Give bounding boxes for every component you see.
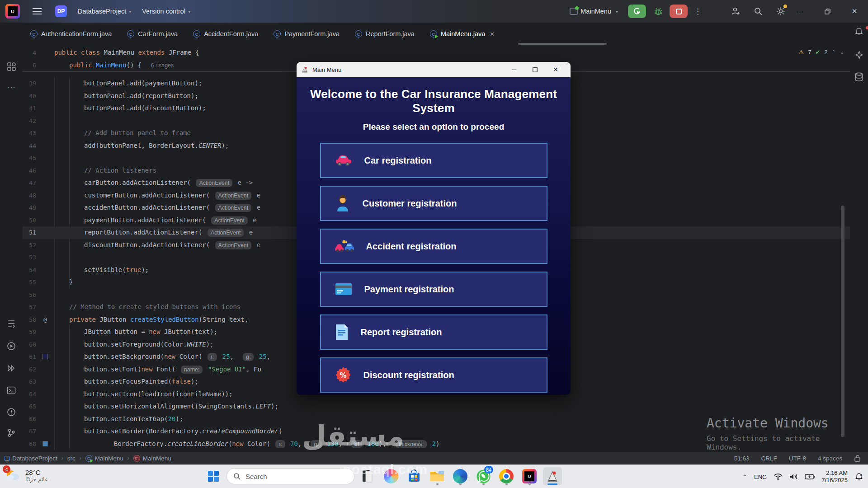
terminal-toolwindow-button[interactable] bbox=[0, 386, 23, 395]
code-line[interactable]: 4public class MainMenu extends JFrame { bbox=[23, 47, 850, 59]
taskbar-whatsapp-app[interactable]: 84 bbox=[474, 467, 493, 485]
notification-bell-icon[interactable]: z bbox=[854, 472, 863, 481]
tab-reportform[interactable]: CReportForm.java bbox=[347, 23, 422, 45]
intellij-icon: IJ bbox=[522, 469, 537, 483]
code-line[interactable]: 65button.setHorizontalAlignment(SwingCon… bbox=[23, 400, 850, 413]
encoding[interactable]: UTF-8 bbox=[789, 455, 806, 462]
dialog-titlebar[interactable]: Main Menu ─ ✕ bbox=[297, 62, 571, 77]
wifi-icon[interactable] bbox=[774, 473, 783, 480]
taskbar-search-input[interactable]: Search bbox=[226, 468, 354, 484]
window-restore-button[interactable] bbox=[814, 0, 841, 23]
dialog-close-button[interactable]: ✕ bbox=[545, 62, 566, 77]
whatsapp-badge: 84 bbox=[484, 466, 493, 474]
line-number: 43 bbox=[23, 127, 36, 140]
main-menu-hamburger-icon[interactable] bbox=[33, 8, 42, 14]
car-registration-button[interactable]: Car registration bbox=[320, 143, 547, 178]
run-configuration-selector[interactable]: MainMenu ▾ bbox=[570, 8, 618, 15]
inlay-hint[interactable]: r: bbox=[275, 440, 285, 448]
database-toolwindow-button[interactable] bbox=[850, 72, 868, 82]
language-indicator[interactable]: ENG bbox=[754, 474, 767, 480]
project-avatar[interactable]: DP bbox=[55, 5, 67, 17]
tab-authenticationform[interactable]: CAuthenticationForm.java bbox=[23, 23, 119, 45]
line-number: 63 bbox=[23, 375, 36, 388]
inlay-hint[interactable]: ActionEvent bbox=[215, 192, 252, 200]
inlay-hint[interactable]: ActionEvent bbox=[208, 229, 244, 237]
inspections-widget[interactable]: ⚠ 7 ✔ 2 ⌃ ⌄ bbox=[799, 49, 844, 56]
more-toolwindows-icon[interactable]: ⋯ bbox=[0, 82, 23, 92]
taskbar-file-explorer-app[interactable] bbox=[428, 467, 447, 485]
notifications-button[interactable] bbox=[850, 27, 868, 36]
caret-position[interactable]: 51:63 bbox=[734, 455, 750, 462]
passed-count: 2 bbox=[824, 49, 827, 56]
line-number: 62 bbox=[23, 363, 36, 376]
volume-icon[interactable] bbox=[789, 473, 798, 480]
commit-toolwindow-button[interactable] bbox=[0, 319, 23, 328]
debug-button[interactable] bbox=[652, 5, 664, 17]
add-user-button[interactable] bbox=[730, 5, 741, 17]
inlay-hint[interactable]: ActionEvent bbox=[196, 179, 232, 187]
breadcrumb-class[interactable]: CMainMenu bbox=[85, 455, 123, 462]
version-control-toolwindow-button[interactable] bbox=[0, 428, 23, 437]
report-registration-button[interactable]: Report registration bbox=[320, 314, 547, 350]
line-number: 41 bbox=[23, 102, 36, 115]
inlay-hint[interactable]: ActionEvent bbox=[215, 241, 252, 249]
inlay-hint[interactable]: ActionEvent bbox=[211, 216, 248, 225]
rerun-icon bbox=[633, 7, 641, 15]
problems-toolwindow-button[interactable] bbox=[0, 408, 23, 417]
indent-setting[interactable]: 4 spaces bbox=[818, 455, 842, 462]
tab-paymentform[interactable]: CPaymentForm.java bbox=[266, 23, 347, 45]
breadcrumb-src[interactable]: src bbox=[67, 455, 75, 462]
unlock-icon[interactable] bbox=[854, 455, 861, 462]
accident-registration-button[interactable]: Accident registration bbox=[320, 229, 547, 264]
structure-toolwindow-button[interactable] bbox=[0, 62, 23, 71]
ide-titlebar: IJ DP DatabaseProject ▾ Version control … bbox=[0, 0, 868, 23]
weather-widget[interactable]: 4 28°C غائم جزئيًا bbox=[5, 467, 47, 484]
more-actions-kebab-icon[interactable]: ⋮ bbox=[694, 7, 702, 16]
settings-button[interactable] bbox=[775, 5, 787, 17]
window-close-button[interactable]: ✕ bbox=[841, 0, 868, 23]
tab-scrollbar[interactable] bbox=[518, 43, 607, 45]
taskbar-clock[interactable]: 2:16 AM 7/16/2025 bbox=[821, 469, 848, 484]
prev-problem-icon[interactable]: ⌃ bbox=[832, 49, 836, 55]
running-indicator bbox=[436, 483, 439, 485]
window-minimize-button[interactable]: ─ bbox=[787, 0, 814, 23]
taskbar-edge-app[interactable] bbox=[451, 467, 470, 485]
add-user-icon bbox=[731, 6, 741, 16]
inlay-hint[interactable]: ActionEvent bbox=[215, 204, 252, 212]
stop-button[interactable] bbox=[670, 5, 688, 18]
chevron-right-icon: › bbox=[61, 455, 63, 461]
run-toolwindow-button[interactable] bbox=[0, 342, 23, 351]
start-button[interactable] bbox=[204, 467, 222, 485]
payment-registration-button[interactable]: Payment registration bbox=[320, 272, 547, 307]
search-everywhere-button[interactable] bbox=[752, 5, 764, 17]
discount-registration-button[interactable]: % Discount registration bbox=[320, 357, 547, 393]
tab-carform[interactable]: CCarForm.java bbox=[119, 23, 185, 45]
dialog-heading: Welcome to the Car Insurance Management … bbox=[297, 77, 571, 115]
profiler-toolwindow-button[interactable] bbox=[0, 364, 23, 373]
tab-mainmenu-active[interactable]: C MainMenu.java ✕ bbox=[422, 23, 502, 45]
dialog-minimize-button[interactable]: ─ bbox=[504, 62, 524, 77]
dialog-maximize-button[interactable] bbox=[524, 62, 545, 77]
breadcrumb-method[interactable]: mMainMenu bbox=[133, 455, 171, 462]
tray-chevron-up-icon[interactable]: ⌃ bbox=[742, 474, 747, 480]
version-control-menu[interactable]: Version control ▾ bbox=[142, 8, 190, 15]
taskbar-intellij-app[interactable]: IJ bbox=[520, 467, 539, 485]
project-selector[interactable]: DatabaseProject ▾ bbox=[78, 8, 131, 15]
inlay-hint[interactable]: name: bbox=[181, 366, 203, 374]
line-ending[interactable]: CRLF bbox=[761, 455, 777, 462]
editor-scrollbar[interactable] bbox=[841, 206, 844, 437]
next-problem-icon[interactable]: ⌄ bbox=[840, 49, 844, 55]
close-tab-icon[interactable]: ✕ bbox=[490, 31, 495, 38]
chevron-down-icon: ▾ bbox=[188, 9, 190, 14]
taskbar-chrome-app[interactable] bbox=[497, 467, 516, 485]
tab-accidentform[interactable]: CAccidentForm.java bbox=[185, 23, 266, 45]
battery-charging-icon[interactable] bbox=[805, 474, 815, 480]
customer-registration-button[interactable]: Customer registration bbox=[320, 186, 547, 221]
inlay-hint[interactable]: g: bbox=[243, 353, 254, 361]
rerun-button[interactable] bbox=[628, 5, 646, 18]
taskbar-java-app-active[interactable] bbox=[543, 467, 562, 485]
breadcrumb-project[interactable]: DatabaseProject bbox=[5, 455, 57, 462]
inlay-hint[interactable]: r: bbox=[208, 353, 217, 361]
weather-temp: 28°C bbox=[25, 469, 47, 476]
ai-assistant-button[interactable] bbox=[850, 51, 868, 59]
